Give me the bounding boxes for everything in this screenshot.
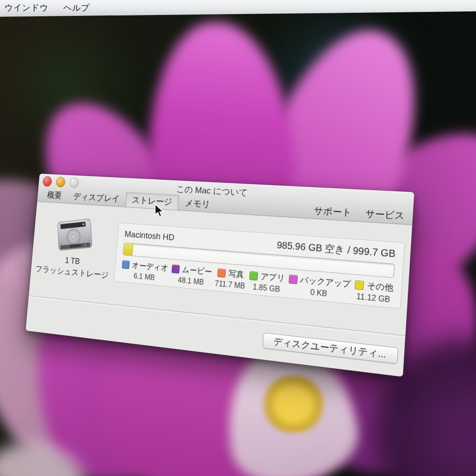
service-link[interactable]: サービス (365, 207, 405, 223)
legend-swatch-audio (122, 260, 130, 269)
legend-item-backups: バックアップ 0 KB (288, 273, 351, 301)
legend-swatch-other (355, 280, 364, 290)
legend-swatch-movies (171, 264, 180, 274)
legend-swatch-apps (249, 271, 258, 280)
menu-item-help[interactable]: ヘルプ (63, 2, 90, 14)
mouse-cursor (154, 204, 164, 218)
legend-item-apps: アプリ 1.85 GB (249, 270, 286, 294)
legend-value: 6.1 MB (133, 272, 155, 282)
lotus-stamen (263, 376, 324, 433)
storage-used-segment (123, 243, 133, 255)
support-link[interactable]: サポート (313, 204, 352, 219)
legend-swatch-backups (288, 275, 298, 284)
legend-label: ムービー (182, 264, 212, 278)
legend-item-other: その他 11.12 GB (354, 279, 394, 305)
internal-drive-icon (53, 215, 97, 256)
legend-value: 48.1 MB (178, 276, 204, 287)
legend-swatch-photos (217, 268, 226, 278)
legend-item-audio: オーディオ 6.1 MB (121, 259, 168, 283)
legend-label: アプリ (260, 271, 285, 284)
legend-value: 1.85 GB (253, 283, 280, 294)
legend-value: 0 KB (310, 288, 327, 298)
legend-value: 711.7 MB (215, 279, 245, 291)
legend-item-photos: 写真 711.7 MB (215, 267, 246, 291)
legend-label: バックアップ (300, 274, 351, 290)
legend-label: その他 (367, 280, 394, 294)
legend-label: 写真 (228, 268, 244, 280)
tab-memory[interactable]: メモリ (178, 195, 218, 212)
legend-item-movies: ムービー 48.1 MB (171, 263, 212, 287)
legend-label: オーディオ (131, 260, 168, 273)
tab-overview[interactable]: 概要 (41, 187, 68, 203)
disk-utility-button[interactable]: ディスクユーティリティ... (262, 333, 398, 364)
device-summary: 1 TB フラッシュストレージ (34, 214, 114, 281)
menu-item-window[interactable]: ウインドウ (4, 2, 48, 14)
legend-value: 11.12 GB (356, 292, 390, 305)
volume-name: Macintosh HD (124, 229, 175, 243)
volume-panel: Macintosh HD 985.96 GB 空き / 999.7 GB オーデ… (114, 223, 405, 309)
